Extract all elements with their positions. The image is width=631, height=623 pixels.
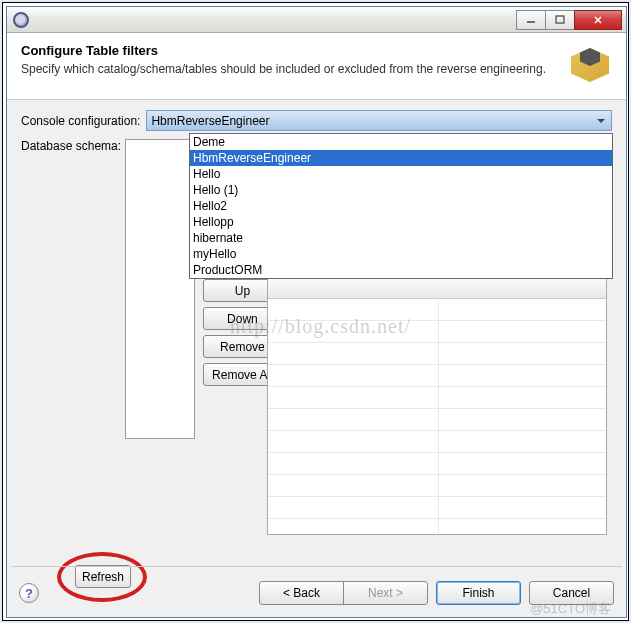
banner-description: Specify which catalog/schema/tables shou… [21, 62, 560, 78]
app-icon [13, 12, 29, 28]
console-config-value: HbmReverseEngineer [151, 114, 597, 128]
dropdown-item[interactable]: Hello2 [190, 198, 612, 214]
table-grid[interactable] [267, 275, 607, 535]
maximize-button[interactable] [545, 10, 575, 30]
help-icon[interactable]: ? [19, 583, 39, 603]
minimize-button[interactable] [516, 10, 546, 30]
separator [11, 566, 622, 567]
database-schema-label: Database schema: [21, 139, 121, 153]
next-button[interactable]: Next > [343, 581, 428, 605]
console-config-combo[interactable]: HbmReverseEngineer [146, 110, 612, 131]
dropdown-item[interactable]: Deme [190, 134, 612, 150]
dropdown-item[interactable]: hibernate [190, 230, 612, 246]
dropdown-item[interactable]: Hello (1) [190, 182, 612, 198]
dropdown-item[interactable]: Hellopp [190, 214, 612, 230]
titlebar[interactable] [7, 7, 626, 33]
finish-button[interactable]: Finish [436, 581, 521, 605]
chevron-down-icon [597, 119, 605, 123]
banner-heading: Configure Table filters [21, 43, 560, 58]
close-button[interactable] [574, 10, 622, 30]
back-button[interactable]: < Back [259, 581, 344, 605]
console-config-dropdown[interactable]: Deme HbmReverseEngineer Hello Hello (1) … [189, 133, 613, 279]
dropdown-item[interactable]: ProductORM [190, 262, 612, 278]
banner: Configure Table filters Specify which ca… [7, 33, 626, 100]
svg-rect-1 [556, 16, 564, 23]
dropdown-item[interactable]: HbmReverseEngineer [190, 150, 612, 166]
wizard-icon [568, 43, 612, 87]
cancel-button[interactable]: Cancel [529, 581, 614, 605]
bottombar: ? < Back Next > Finish Cancel [7, 569, 626, 617]
schema-list[interactable] [125, 139, 195, 439]
console-config-label: Console configuration: [21, 114, 140, 128]
dropdown-item[interactable]: Hello [190, 166, 612, 182]
dropdown-item[interactable]: myHello [190, 246, 612, 262]
